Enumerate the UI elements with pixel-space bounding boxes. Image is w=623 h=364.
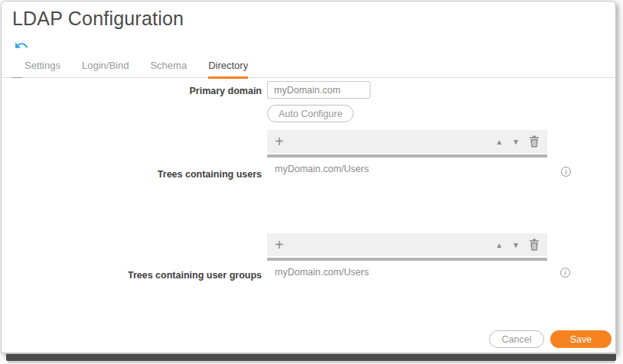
trees-users-info-icon[interactable]: i — [561, 167, 571, 177]
tab-bar: Settings Login/Bind Schema Directory — [2, 58, 617, 78]
trees-users-label: Trees containing users — [2, 169, 262, 180]
primary-domain-input[interactable] — [267, 81, 370, 99]
tabbar-left-notch — [11, 77, 22, 78]
move-up-icon[interactable]: ▲ — [495, 241, 503, 249]
list-item[interactable]: myDomain.com/Users — [267, 158, 547, 174]
trees-users-toolbar: + ▲ ▼ — [267, 130, 547, 153]
tab-schema-label: Schema — [150, 60, 187, 71]
list-item[interactable]: myDomain.com/Users — [267, 261, 547, 278]
trees-users-listbox: + ▲ ▼ myDomain.com/Users — [267, 130, 547, 202]
save-button[interactable]: Save — [550, 330, 612, 348]
delete-icon[interactable] — [529, 135, 540, 148]
primary-domain-label: Primary domain — [2, 86, 262, 96]
delete-icon[interactable] — [529, 239, 540, 251]
auto-configure-button[interactable]: Auto Configure — [267, 105, 354, 122]
page-title: LDAP Configuration — [12, 8, 184, 30]
background-dark-bar — [6, 354, 616, 361]
ldap-configuration-window: LDAP Configuration Settings Login/Bind S… — [1, 1, 616, 353]
trees-groups-list: myDomain.com/Users — [267, 261, 547, 305]
tab-directory-label: Directory — [208, 60, 248, 71]
trees-users-list: myDomain.com/Users — [267, 158, 547, 202]
background-light-strip — [8, 361, 615, 363]
move-down-icon[interactable]: ▼ — [512, 241, 520, 249]
trees-groups-listbox: + ▲ ▼ myDomain.com/Users — [267, 233, 547, 305]
tab-login-bind[interactable]: Login/Bind — [82, 60, 129, 79]
tab-settings[interactable]: Settings — [24, 60, 60, 79]
tab-directory[interactable]: Directory — [208, 60, 248, 79]
add-tree-icon[interactable]: + — [275, 134, 284, 149]
move-down-icon[interactable]: ▼ — [512, 138, 520, 146]
tab-settings-label: Settings — [24, 60, 60, 71]
screen: LDAP Configuration Settings Login/Bind S… — [0, 0, 623, 364]
trees-groups-toolbar: + ▲ ▼ — [267, 233, 547, 256]
add-tree-icon[interactable]: + — [275, 237, 284, 252]
trees-groups-label: Trees containing user groups — [2, 270, 262, 281]
tab-login-bind-label: Login/Bind — [82, 60, 129, 71]
undo-arrow-icon — [13, 44, 30, 55]
back-button[interactable] — [13, 38, 30, 54]
trees-groups-info-icon[interactable]: i — [560, 268, 570, 278]
tab-schema[interactable]: Schema — [150, 60, 187, 79]
move-up-icon[interactable]: ▲ — [495, 138, 503, 146]
cancel-button[interactable]: Cancel — [489, 330, 544, 348]
